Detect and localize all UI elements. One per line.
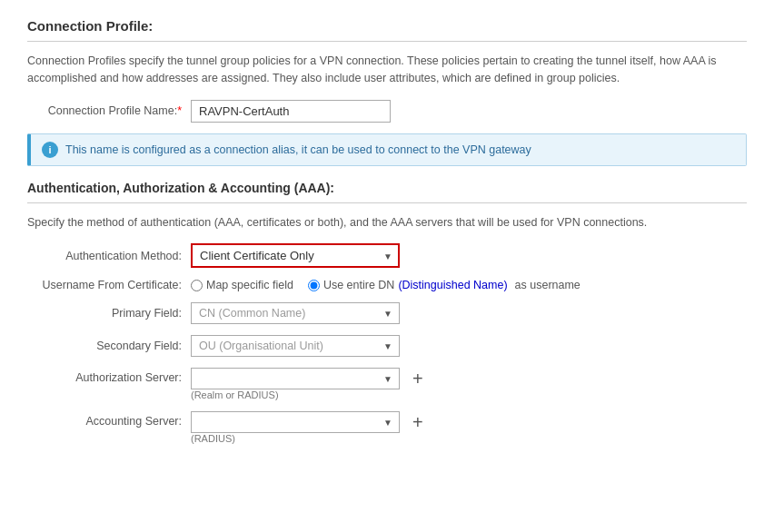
authorization-server-row: Authorization Server: ▼ + (Realm or RADI… <box>27 368 747 400</box>
info-message: This name is configured as a connection … <box>65 143 531 156</box>
aaa-section: Authentication, Authorization & Accounti… <box>27 181 747 445</box>
authorization-server-label: Authorization Server: <box>27 371 191 384</box>
divider-2 <box>27 202 747 203</box>
auth-method-row: Authentication Method: Client Certificat… <box>27 243 747 268</box>
authorization-server-select-wrapper: ▼ <box>191 368 400 389</box>
profile-name-label: Connection Profile Name:* <box>27 104 191 117</box>
radio-map-specific-label[interactable]: Map specific field <box>191 279 293 291</box>
dn-link[interactable]: (Distinguished Name) <box>398 279 507 291</box>
username-from-cert-row: Username From Certificate: Map specific … <box>27 279 747 291</box>
accounting-server-label: Accounting Server: <box>27 415 191 428</box>
accounting-server-row: Accounting Server: ▼ + (RADIUS) <box>27 411 747 444</box>
primary-field-select-wrapper: CN (Common Name) ▼ <box>191 302 400 324</box>
radio-map-specific[interactable] <box>191 280 203 291</box>
accounting-server-select-wrapper: ▼ <box>191 411 400 433</box>
primary-field-label: Primary Field: <box>27 307 191 320</box>
authorization-server-input-row: ▼ + <box>191 368 423 389</box>
aaa-title: Authentication, Authorization & Accounti… <box>27 181 747 195</box>
auth-method-select-wrapper: Client Certificate Only AAA Certificate … <box>191 243 400 268</box>
connection-profile-title: Connection Profile: <box>27 18 747 34</box>
username-from-cert-label: Username From Certificate: <box>27 279 191 291</box>
radio-use-entire-dn-label[interactable]: Use entire DN (Distinguished Name) as us… <box>308 279 580 291</box>
aaa-description: Specify the method of authentication (AA… <box>27 214 747 232</box>
accounting-server-controls: ▼ + (RADIUS) <box>191 411 423 444</box>
authorization-server-hint: (Realm or RADIUS) <box>191 389 423 400</box>
connection-profile-description: Connection Profiles specify the tunnel g… <box>27 53 747 87</box>
username-radio-group: Map specific field Use entire DN (Distin… <box>191 279 580 291</box>
dn-suffix: as username <box>515 279 580 291</box>
authorization-server-select[interactable] <box>191 368 400 389</box>
radio-use-entire-dn-text: Use entire DN <box>323 279 395 291</box>
primary-field-row: Primary Field: CN (Common Name) ▼ <box>27 302 747 324</box>
authorization-server-add-button[interactable]: + <box>412 369 423 388</box>
secondary-field-select[interactable]: OU (Organisational Unit) <box>191 335 400 357</box>
info-box: i This name is configured as a connectio… <box>27 133 747 166</box>
primary-field-select[interactable]: CN (Common Name) <box>191 302 400 324</box>
secondary-field-label: Secondary Field: <box>27 340 191 352</box>
profile-name-input[interactable] <box>191 100 391 123</box>
info-icon: i <box>42 142 58 158</box>
divider-1 <box>27 41 747 42</box>
accounting-server-input-row: ▼ + <box>191 411 423 433</box>
radio-map-specific-text: Map specific field <box>206 279 293 291</box>
authorization-server-controls: ▼ + (Realm or RADIUS) <box>191 368 423 400</box>
auth-method-select[interactable]: Client Certificate Only AAA Certificate … <box>191 243 400 268</box>
auth-method-label: Authentication Method: <box>27 250 191 262</box>
secondary-field-select-wrapper: OU (Organisational Unit) ▼ <box>191 335 400 357</box>
radio-use-entire-dn[interactable] <box>308 280 320 291</box>
accounting-server-hint: (RADIUS) <box>191 433 423 444</box>
connection-profile-section: Connection Profile: Connection Profiles … <box>27 18 747 166</box>
accounting-server-add-button[interactable]: + <box>412 413 423 431</box>
accounting-server-select[interactable] <box>191 411 400 433</box>
secondary-field-row: Secondary Field: OU (Organisational Unit… <box>27 335 747 357</box>
profile-name-row: Connection Profile Name:* <box>27 100 747 123</box>
